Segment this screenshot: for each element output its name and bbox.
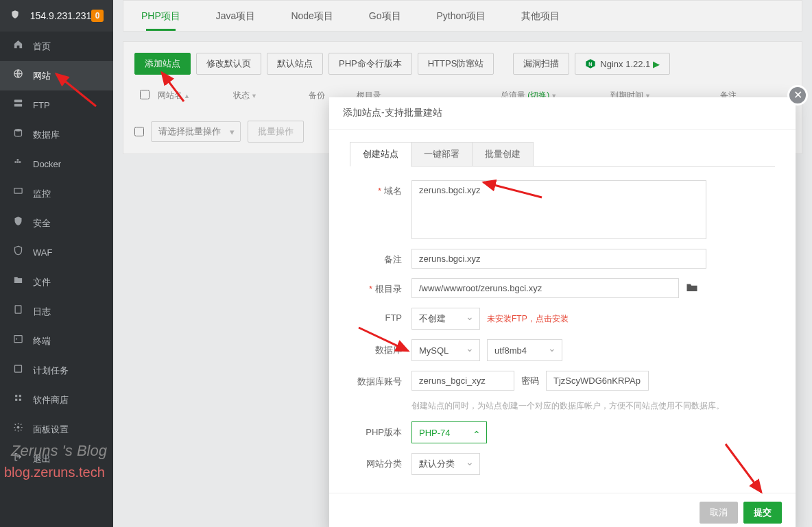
modal-footer: 取消 提交 [329, 493, 796, 527]
label-database: 数据库 [350, 339, 411, 356]
label-remark: 备注 [350, 249, 411, 266]
ftp-select[interactable]: 不创建 [411, 308, 480, 330]
database-select[interactable]: MySQL [411, 339, 480, 361]
label-root: 根目录 [350, 278, 411, 295]
db-user-input[interactable] [411, 371, 514, 391]
label-ftp: FTP [350, 308, 411, 323]
cancel-button[interactable]: 取消 [700, 502, 738, 524]
db-password-input[interactable] [546, 371, 649, 391]
label-db-user: 数据库账号 [350, 371, 411, 388]
label-password: 密码 [521, 375, 539, 387]
site-category-select[interactable]: 默认分类 [411, 453, 480, 475]
watermark-blog-url: blog.zeruns.tech [4, 465, 105, 480]
label-site-category: 网站分类 [350, 453, 411, 470]
label-domain: 域名 [350, 180, 411, 197]
remark-input[interactable] [411, 249, 706, 269]
close-icon[interactable]: ✕ [787, 85, 808, 106]
modal-tab-一键部署[interactable]: 一键部署 [411, 142, 473, 167]
charset-select[interactable]: utf8mb4 [487, 339, 562, 361]
folder-icon[interactable] [686, 282, 698, 295]
add-site-modal: ✕ 添加站点-支持批量建站 创建站点一键部署批量创建 域名 zeruns.bgc… [329, 97, 796, 527]
root-dir-input[interactable] [411, 278, 679, 298]
modal-tab-批量创建[interactable]: 批量创建 [472, 142, 534, 167]
ftp-warning[interactable]: 未安装FTP，点击安装 [487, 313, 569, 325]
label-php-version: PHP版本 [350, 421, 411, 439]
db-hint: 创建站点的同时，为站点创建一个对应的数据库帐户，方便不同站点使用不同数据库。 [411, 400, 775, 412]
modal-title: 添加站点-支持批量建站 [329, 97, 796, 130]
modal-subtabs: 创建站点一键部署批量创建 [350, 142, 775, 167]
domain-input[interactable]: zeruns.bgci.xyz [411, 180, 706, 239]
php-version-select[interactable]: PHP-74 [411, 421, 487, 443]
submit-button[interactable]: 提交 [743, 502, 782, 524]
watermark-blog-name: Zeruns 's Blog [11, 442, 107, 460]
modal-tab-创建站点[interactable]: 创建站点 [350, 142, 411, 167]
